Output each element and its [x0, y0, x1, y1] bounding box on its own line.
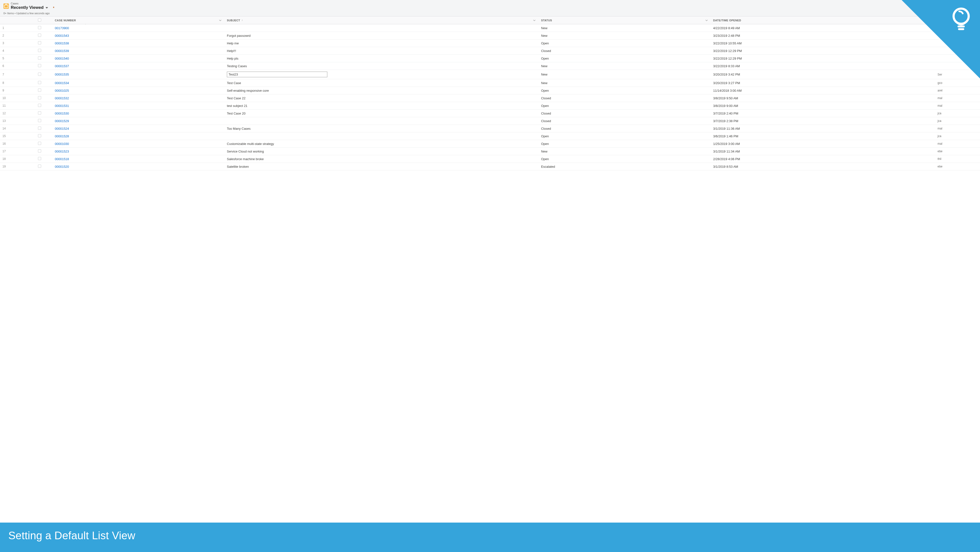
status-cell[interactable]: Open	[539, 155, 711, 163]
row-checkbox[interactable]	[38, 119, 41, 122]
subject-cell[interactable]	[224, 117, 539, 125]
col-menu-subject[interactable]	[533, 19, 536, 22]
status-cell[interactable]: New	[539, 148, 711, 155]
case-number-link[interactable]: 00001025	[55, 89, 69, 93]
row-checkbox[interactable]	[38, 96, 41, 99]
row-checkbox-cell[interactable]	[27, 102, 52, 110]
case-number-link[interactable]: 00001523	[55, 150, 69, 153]
row-checkbox-cell[interactable]	[27, 79, 52, 87]
status-cell[interactable]: Open	[539, 140, 711, 148]
case-number-link[interactable]: 00001518	[55, 157, 69, 161]
col-header-status[interactable]: STATUS	[539, 16, 711, 24]
pin-list-view-button[interactable]	[51, 5, 56, 10]
subject-cell[interactable]: Self-enabling responsive core	[224, 87, 539, 94]
subject-cell[interactable]: Test23	[224, 70, 539, 79]
row-checkbox[interactable]	[38, 56, 41, 60]
row-checkbox[interactable]	[38, 134, 41, 137]
case-number-link[interactable]: 00173900	[55, 26, 69, 30]
subject-cell[interactable]: test subject 21	[224, 102, 539, 110]
status-cell[interactable]: Closed	[539, 110, 711, 117]
row-checkbox[interactable]	[38, 111, 41, 115]
row-checkbox-cell[interactable]	[27, 110, 52, 117]
col-header-case-number[interactable]: CASE NUMBER	[52, 16, 224, 24]
subject-cell[interactable]: Help me	[224, 40, 539, 47]
row-checkbox[interactable]	[38, 81, 41, 84]
case-number-link[interactable]: 00001538	[55, 41, 69, 45]
col-menu-status[interactable]	[705, 19, 708, 22]
row-checkbox-cell[interactable]	[27, 24, 52, 32]
status-cell[interactable]: Escalated	[539, 163, 711, 171]
select-all-checkbox[interactable]	[38, 18, 41, 22]
subject-cell[interactable]	[224, 132, 539, 140]
row-checkbox-cell[interactable]	[27, 132, 52, 140]
case-number-link[interactable]: 00001534	[55, 81, 69, 85]
row-checkbox[interactable]	[38, 41, 41, 45]
subject-cell[interactable]: Service Cloud not working	[224, 148, 539, 155]
case-number-link[interactable]: 00001532	[55, 96, 69, 100]
case-number-link[interactable]: 00001537	[55, 64, 69, 68]
status-cell[interactable]: New	[539, 70, 711, 79]
subject-cell[interactable]: Testing Cases	[224, 62, 539, 70]
status-cell[interactable]: Closed	[539, 47, 711, 55]
subject-cell[interactable]: Satellite broken	[224, 163, 539, 171]
row-checkbox-cell[interactable]	[27, 70, 52, 79]
subject-cell[interactable]: Too Many Cases	[224, 125, 539, 132]
subject-cell[interactable]	[224, 24, 539, 32]
row-checkbox-cell[interactable]	[27, 62, 52, 70]
row-checkbox[interactable]	[38, 149, 41, 153]
row-checkbox-cell[interactable]	[27, 163, 52, 171]
subject-cell[interactable]: Test Case	[224, 79, 539, 87]
subject-cell[interactable]: Test Case 20	[224, 110, 539, 117]
row-checkbox[interactable]	[38, 164, 41, 168]
case-number-link[interactable]: 00001528	[55, 134, 69, 138]
row-checkbox-cell[interactable]	[27, 55, 52, 62]
row-checkbox-cell[interactable]	[27, 155, 52, 163]
case-number-link[interactable]: 00001030	[55, 142, 69, 146]
row-checkbox-cell[interactable]	[27, 32, 52, 40]
row-checkbox-cell[interactable]	[27, 40, 52, 47]
case-number-link[interactable]: 00001540	[55, 57, 69, 60]
row-checkbox[interactable]	[38, 157, 41, 160]
subject-cell[interactable]: Salesforce machine broke	[224, 155, 539, 163]
row-checkbox-cell[interactable]	[27, 47, 52, 55]
status-cell[interactable]: Closed	[539, 94, 711, 102]
list-view-picker-caret-icon[interactable]	[46, 7, 48, 9]
row-checkbox[interactable]	[38, 73, 41, 76]
col-header-date-opened[interactable]: DATE/TIME OPENED	[711, 16, 935, 24]
status-cell[interactable]: Closed	[539, 117, 711, 125]
row-checkbox[interactable]	[38, 34, 41, 37]
col-header-select-all[interactable]	[27, 16, 52, 24]
row-checkbox[interactable]	[38, 126, 41, 130]
row-checkbox-cell[interactable]	[27, 94, 52, 102]
status-cell[interactable]: Open	[539, 102, 711, 110]
row-checkbox-cell[interactable]	[27, 87, 52, 94]
status-cell[interactable]: Open	[539, 40, 711, 47]
row-checkbox-cell[interactable]	[27, 148, 52, 155]
row-checkbox-cell[interactable]	[27, 125, 52, 132]
case-number-link[interactable]: 00001529	[55, 119, 69, 123]
status-cell[interactable]: Open	[539, 87, 711, 94]
status-cell[interactable]: New	[539, 79, 711, 87]
case-number-link[interactable]: 00001539	[55, 49, 69, 53]
status-cell[interactable]: Open	[539, 132, 711, 140]
subject-cell[interactable]: Help pls	[224, 55, 539, 62]
col-menu-case-number[interactable]	[218, 19, 222, 22]
status-cell[interactable]: Open	[539, 55, 711, 62]
case-number-link[interactable]: 00001531	[55, 104, 69, 108]
status-cell[interactable]: New	[539, 62, 711, 70]
row-checkbox[interactable]	[38, 89, 41, 92]
case-number-link[interactable]: 00001535	[55, 73, 69, 76]
row-checkbox-cell[interactable]	[27, 140, 52, 148]
status-cell[interactable]: New	[539, 32, 711, 40]
subject-cell[interactable]: Forgot passowrd	[224, 32, 539, 40]
row-checkbox[interactable]	[38, 49, 41, 52]
case-number-link[interactable]: 00001543	[55, 34, 69, 38]
subject-cell[interactable]: Help!!!	[224, 47, 539, 55]
case-number-link[interactable]: 00001530	[55, 112, 69, 115]
row-checkbox[interactable]	[38, 64, 41, 67]
case-number-link[interactable]: 00001520	[55, 165, 69, 169]
case-number-link[interactable]: 00001524	[55, 127, 69, 131]
row-checkbox[interactable]	[38, 104, 41, 107]
list-view-name[interactable]: Recently Viewed	[11, 5, 44, 10]
subject-cell[interactable]: Test Case 22	[224, 94, 539, 102]
